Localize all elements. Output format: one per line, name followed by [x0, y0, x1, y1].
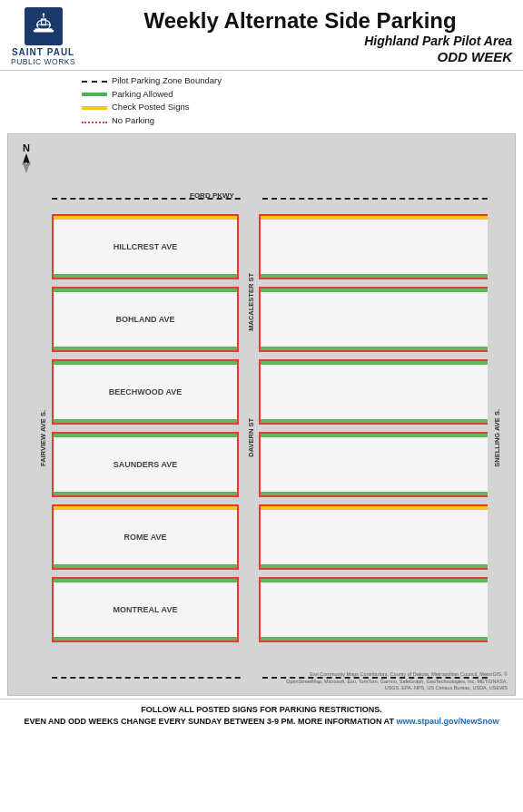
hillcrest-left-label: HILLCREST AVE [54, 242, 237, 251]
macalester-street: MACALESTER ST [242, 198, 259, 406]
logo-icon-svg [29, 12, 58, 41]
title-block: Weekly Alternate Side Parking Highland P… [88, 9, 512, 65]
rome-right-block [259, 504, 498, 570]
beechwood-left-label: BEECHWOOD AVE [54, 387, 237, 396]
svg-marker-11 [22, 161, 30, 173]
svg-rect-3 [35, 28, 52, 30]
fairview-label: FAIRVIEW AVE S. [39, 410, 47, 466]
saint-paul-logo [25, 7, 63, 45]
footer-line2: EVEN AND ODD WEEKS CHANGE EVERY SUNDAY B… [11, 716, 512, 729]
org-dept: PUBLIC WORKS [11, 57, 75, 66]
rome-left-block: ROME AVE [52, 504, 239, 570]
hillcrest-right-bottom-line [261, 274, 497, 278]
legend-boundary: Pilot Parking Zone Boundary [82, 74, 512, 88]
legend-dashed-line [82, 81, 107, 83]
hillcrest-right-top-line [261, 216, 497, 220]
footer-line2-text: EVEN AND ODD WEEKS CHANGE EVERY SUNDAY B… [24, 717, 394, 726]
legend-allowed-label: Parking Allowed [112, 88, 173, 102]
montreal-left-label: MONTREAL AVE [54, 605, 237, 614]
north-label: N [23, 143, 30, 153]
footer-link[interactable]: www.stpaul.gov/NewSnow [396, 717, 498, 726]
map-attribution: Esri Community Maps Contributors, County… [286, 671, 508, 690]
map-container: N FORD PKWY FAIRVIEW AVE S. SNELLING AVE… [7, 133, 516, 696]
footer: FOLLOW ALL POSTED SIGNS FOR PARKING REST… [0, 699, 523, 732]
bohland-right-block [259, 287, 498, 352]
legend-check-label: Check Posted Signs [112, 101, 190, 114]
svg-rect-7 [33, 30, 53, 32]
ford-pkwy-label: FORD PKWY [190, 191, 234, 200]
legend-yellow-line [82, 106, 107, 110]
legend-noparking-label: No Parking [112, 114, 154, 128]
fairview-street: FAIRVIEW AVE S. [34, 198, 52, 679]
hillcrest-left-block: HILLCREST AVE [52, 214, 239, 279]
macalester-label: MACALESTER ST [247, 273, 255, 331]
montreal-left-block: MONTREAL AVE [52, 577, 239, 642]
subtitle-block: Highland Park Pilot Area ODD WEEK [88, 33, 512, 64]
snelling-street: SNELLING AVE S. [488, 198, 506, 679]
svg-rect-8 [38, 24, 40, 27]
hillcrest-left-top-line [54, 216, 237, 220]
header: SAINT PAUL PUBLIC WORKS Weekly Alternate… [0, 0, 523, 71]
legend-green-line [82, 93, 107, 96]
hillcrest-left-bottom-line [54, 274, 237, 278]
subtitle-area: Highland Park Pilot Area [88, 33, 512, 49]
saunders-left-block: SAUNDERS AVE [52, 432, 239, 497]
logo-area: SAINT PAUL PUBLIC WORKS [11, 7, 75, 66]
legend-noparking: No Parking [82, 114, 512, 128]
north-arrow-icon [19, 153, 34, 173]
main-title: Weekly Alternate Side Parking [88, 9, 512, 33]
org-name: SAINT PAUL [12, 47, 74, 57]
legend: Pilot Parking Zone Boundary Parking Allo… [0, 71, 523, 131]
beechwood-right-block [259, 359, 498, 425]
saunders-right-block [259, 432, 498, 497]
legend-allowed: Parking Allowed [82, 88, 512, 102]
snelling-label: SNELLING AVE S. [493, 409, 501, 467]
hillcrest-right-block [259, 214, 498, 279]
davern-label: DAVERN ST [247, 418, 255, 457]
montreal-right-block [259, 577, 498, 642]
north-arrow: N [19, 143, 34, 173]
svg-rect-9 [46, 24, 48, 27]
beechwood-left-block: BEECHWOOD AVE [52, 359, 239, 425]
legend-boundary-label: Pilot Parking Zone Boundary [112, 74, 222, 88]
subtitle-week: ODD WEEK [88, 49, 512, 64]
legend-check: Check Posted Signs [82, 101, 512, 114]
legend-red-line [82, 122, 107, 123]
svg-point-6 [42, 14, 44, 15]
bohland-left-label: BOHLAND AVE [54, 315, 237, 324]
bohland-left-block: BOHLAND AVE [52, 287, 239, 352]
footer-line1: FOLLOW ALL POSTED SIGNS FOR PARKING REST… [11, 704, 512, 717]
saunders-left-label: SAUNDERS AVE [54, 460, 237, 469]
rome-left-label: ROME AVE [54, 533, 237, 542]
